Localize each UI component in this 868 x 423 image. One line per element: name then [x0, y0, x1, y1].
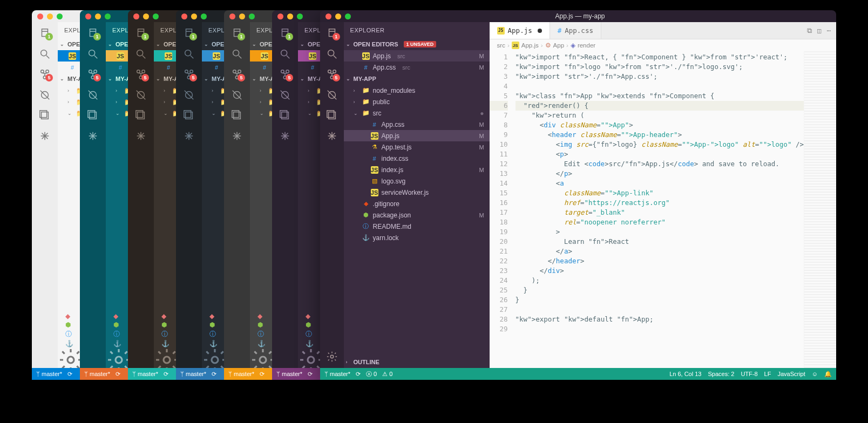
tree-item-App-css[interactable]: #App.cssM: [344, 119, 490, 130]
files-icon[interactable]: 1: [87, 28, 99, 39]
maximize-icon[interactable]: [57, 13, 63, 19]
close-icon[interactable]: [37, 13, 43, 19]
scm-icon[interactable]: 5: [231, 69, 243, 80]
branch-indicator[interactable]: ᛘ master*: [132, 371, 158, 377]
minimize-icon[interactable]: [191, 13, 197, 19]
titlebar[interactable]: App.js — my-app: [320, 10, 836, 22]
debug-icon[interactable]: [279, 89, 291, 101]
bell-icon[interactable]: 🔔: [824, 371, 832, 378]
files-icon[interactable]: 1: [39, 28, 51, 39]
sync-icon[interactable]: ⟳: [260, 371, 265, 378]
square-icon[interactable]: [231, 110, 243, 121]
maximize-icon[interactable]: [153, 13, 159, 19]
sync-icon[interactable]: ⟳: [67, 371, 72, 378]
errors-indicator[interactable]: ⓧ 0: [366, 370, 377, 378]
code-area[interactable]: 1234567891011121314151617181920212223242…: [490, 51, 836, 368]
files-icon[interactable]: 1: [326, 28, 338, 39]
files-icon[interactable]: 1: [279, 28, 291, 39]
tree-item-logo-svg[interactable]: ▧logo.svg: [344, 175, 490, 187]
tree-item-App-test-js[interactable]: ⚗App.test.jsM: [344, 141, 490, 153]
search-icon[interactable]: [135, 48, 147, 60]
project-header[interactable]: ⌄MY-APP: [344, 73, 490, 85]
breadcrumb-item[interactable]: render: [578, 42, 595, 49]
sync-icon[interactable]: ⟳: [212, 371, 216, 378]
sync-icon[interactable]: ⟳: [164, 371, 168, 378]
search-icon[interactable]: [183, 48, 195, 60]
compare-icon[interactable]: ⧉: [807, 26, 812, 35]
square-icon[interactable]: [183, 110, 195, 121]
square-icon[interactable]: [39, 110, 51, 121]
scm-icon[interactable]: 5: [279, 69, 291, 80]
tree-item-public[interactable]: ›📁public: [344, 96, 490, 107]
tab-App-js[interactable]: JSApp.js: [490, 22, 550, 39]
maximize-icon[interactable]: [249, 13, 255, 19]
minimize-icon[interactable]: [239, 13, 245, 19]
minimize-icon[interactable]: [143, 13, 149, 19]
tree-item-yarn-lock[interactable]: ⚓yarn.lock: [344, 232, 490, 243]
debug-icon[interactable]: [87, 89, 99, 101]
debug-icon[interactable]: [183, 89, 195, 101]
traffic-lights[interactable]: [85, 13, 111, 19]
files-icon[interactable]: 1: [183, 28, 195, 39]
close-icon[interactable]: [181, 13, 187, 19]
warnings-indicator[interactable]: ⚠ 0: [382, 371, 392, 378]
traffic-lights[interactable]: [181, 13, 207, 19]
minimize-icon[interactable]: [47, 13, 53, 19]
search-icon[interactable]: [326, 48, 338, 60]
traffic-lights[interactable]: [37, 13, 63, 19]
square-icon[interactable]: [279, 110, 291, 121]
extensions-icon[interactable]: [135, 130, 147, 142]
minimize-icon[interactable]: [335, 13, 341, 19]
scm-icon[interactable]: 5: [87, 69, 99, 80]
minimap[interactable]: [804, 51, 836, 368]
branch-indicator[interactable]: ᛘ master*: [36, 371, 62, 377]
eol[interactable]: LF: [764, 371, 771, 378]
minimize-icon[interactable]: [287, 13, 293, 19]
extensions-icon[interactable]: [39, 130, 51, 142]
branch-indicator[interactable]: ᛘ master*: [228, 371, 254, 377]
feedback-icon[interactable]: ☺: [812, 371, 818, 378]
breadcrumb-item[interactable]: src: [497, 42, 505, 49]
traffic-lights[interactable]: [229, 13, 255, 19]
scm-icon[interactable]: 5: [183, 69, 195, 80]
files-icon[interactable]: 1: [135, 28, 147, 39]
square-icon[interactable]: [87, 110, 99, 121]
extensions-icon[interactable]: [183, 130, 195, 142]
branch-indicator[interactable]: ᛘ master*: [276, 371, 302, 377]
more-icon[interactable]: ⋯: [826, 26, 831, 35]
status-bar[interactable]: ᛘ master* ⟳ ⓧ 0 ⚠ 0 Ln 6, Col 13 Spaces:…: [320, 368, 836, 380]
maximize-icon[interactable]: [297, 13, 303, 19]
open-editor-App-js[interactable]: JSApp.jssrcM: [344, 50, 490, 62]
search-icon[interactable]: [279, 48, 291, 60]
close-icon[interactable]: [133, 13, 139, 19]
tree-item-package-json[interactable]: ⬢package.jsonM: [344, 209, 490, 221]
debug-icon[interactable]: [39, 89, 51, 101]
scm-icon[interactable]: 5: [39, 69, 51, 80]
search-icon[interactable]: [39, 48, 51, 60]
spaces[interactable]: Spaces: 2: [708, 371, 734, 378]
extensions-icon[interactable]: [87, 130, 99, 142]
breadcrumb-item[interactable]: App: [553, 42, 564, 49]
traffic-lights[interactable]: [133, 13, 159, 19]
open-editors-header[interactable]: ⌄OPEN EDITORS1 UNSAVED: [344, 38, 490, 50]
tree-item-index-js[interactable]: JSindex.jsM: [344, 164, 490, 175]
sync-icon[interactable]: ⟳: [308, 371, 313, 378]
branch-indicator[interactable]: ᛘ master*: [84, 371, 110, 377]
tree-item-src[interactable]: ⌄📁src●: [344, 107, 490, 119]
encoding[interactable]: UTF-8: [741, 371, 757, 378]
close-icon[interactable]: [326, 13, 331, 19]
code[interactable]: "kw">import "fn">React, { "fn">Component…: [516, 51, 804, 368]
tree-item-serviceWorker-js[interactable]: JSserviceWorker.js: [344, 187, 490, 198]
tree-item-App-js[interactable]: JSApp.jsM: [344, 130, 490, 141]
debug-icon[interactable]: [231, 89, 243, 101]
minimize-icon[interactable]: [95, 13, 101, 19]
branch-indicator[interactable]: ᛘ master*: [180, 371, 206, 377]
traffic-lights[interactable]: [326, 13, 351, 19]
extensions-icon[interactable]: [326, 130, 338, 142]
open-editor-App-css[interactable]: #App.csssrcM: [344, 62, 490, 73]
maximize-icon[interactable]: [201, 13, 207, 19]
tree-item-node_modules[interactable]: ›📁node_modules: [344, 85, 490, 96]
traffic-lights[interactable]: [277, 13, 303, 19]
split-icon[interactable]: ◫: [817, 26, 822, 35]
maximize-icon[interactable]: [345, 13, 351, 19]
